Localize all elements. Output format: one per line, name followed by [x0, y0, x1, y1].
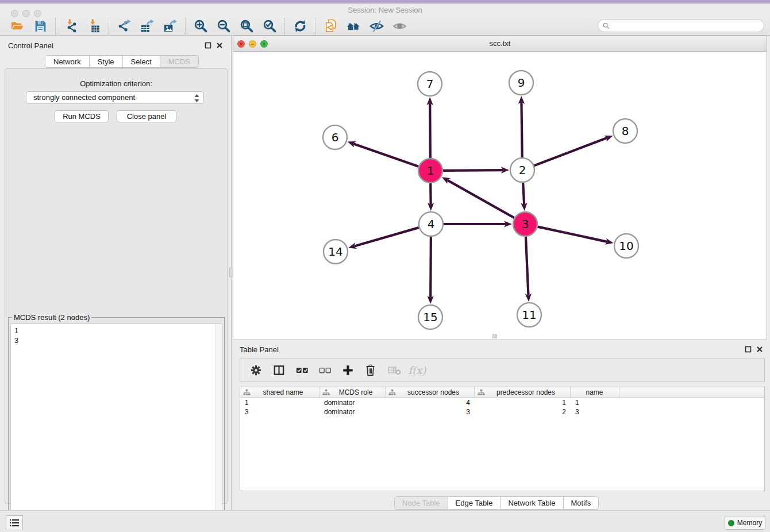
mcds-result-title: MCDS result (2 nodes)	[12, 313, 91, 322]
graph-edge-2-9[interactable]	[518, 96, 525, 157]
cell-mcds-role[interactable]: dominator	[319, 407, 386, 417]
column-header-successor-nodes[interactable]: successor nodes	[386, 387, 475, 398]
graph-node-10[interactable]: 10	[614, 234, 638, 258]
graph-edge-3-1[interactable]	[442, 177, 514, 218]
criterion-dropdown[interactable]: strongly connected component	[26, 91, 204, 104]
add-column-button[interactable]	[338, 360, 359, 380]
graph-node-15[interactable]: 15	[418, 305, 442, 329]
cell-shared-name[interactable]: 3	[240, 407, 319, 417]
import-table-button[interactable]	[82, 18, 105, 35]
graph-node-3[interactable]: 3	[513, 212, 537, 236]
column-header-mcds-role[interactable]: MCDS role	[319, 387, 386, 398]
task-history-button[interactable]	[6, 515, 23, 530]
import-network-button[interactable]	[59, 18, 82, 35]
zoom-out-button[interactable]	[212, 18, 235, 35]
graph-edge-1-4[interactable]	[428, 183, 434, 211]
column-header-name[interactable]: name	[571, 387, 619, 398]
export-image-button[interactable]	[159, 18, 182, 35]
cell-mcds-role[interactable]: dominator	[319, 398, 386, 407]
search-icon	[603, 22, 610, 29]
refresh-button[interactable]	[288, 18, 311, 35]
mcds-result-area[interactable]: 13	[10, 323, 222, 532]
tab-network-table[interactable]: Network Table	[500, 497, 563, 509]
sort-hierarchy-icon	[243, 389, 251, 396]
close-panel-icon[interactable]	[216, 42, 223, 49]
graph-node-1[interactable]: 1	[418, 159, 442, 183]
result-scrollbar[interactable]	[215, 324, 222, 532]
graph-edge-1-6[interactable]	[348, 141, 419, 167]
graph-node-14[interactable]: 14	[324, 240, 348, 264]
cell-shared-name[interactable]: 1	[240, 398, 319, 407]
graph-edge-1-7[interactable]	[427, 97, 433, 158]
zoom-in-button[interactable]	[189, 18, 212, 35]
graph-edge-2-8[interactable]	[534, 136, 613, 165]
cell-predecessor-nodes[interactable]: 1	[475, 398, 571, 407]
close-panel-button[interactable]: Close panel	[117, 110, 176, 122]
node-table[interactable]: shared nameMCDS rolesuccessor nodesprede…	[240, 387, 765, 491]
search-input[interactable]	[612, 20, 764, 31]
eye-slash-icon	[369, 19, 384, 33]
graph-node-11[interactable]: 11	[517, 303, 541, 327]
cell-name[interactable]: 1	[571, 398, 619, 407]
settings-gear-button[interactable]	[246, 360, 267, 380]
column-header-predecessor-nodes[interactable]: predecessor nodes	[475, 387, 571, 398]
export-network-icon	[117, 19, 132, 33]
export-table-button[interactable]	[136, 18, 159, 35]
select-all-checks-button[interactable]	[292, 360, 313, 380]
tab-edge-table[interactable]: Edge Table	[448, 497, 501, 509]
cell-predecessor-nodes[interactable]: 2	[475, 407, 571, 417]
cell-successor-nodes[interactable]: 3	[386, 407, 475, 417]
delete-column-button[interactable]	[361, 360, 382, 380]
float-table-panel-icon[interactable]	[745, 346, 752, 353]
close-table-panel-icon[interactable]	[756, 346, 763, 353]
export-network-button[interactable]	[113, 18, 136, 35]
eye-slash-button[interactable]	[365, 18, 388, 35]
status-bar: Memory	[0, 510, 770, 532]
graph-node-7[interactable]: 7	[418, 72, 442, 96]
network-window-titlebar[interactable]: ✕ − + scc.txt	[233, 36, 767, 52]
canvas-splitter-grip[interactable]	[492, 334, 497, 338]
cell-successor-nodes[interactable]: 4	[386, 398, 475, 407]
deselect-all-checks-button[interactable]	[315, 360, 336, 380]
float-panel-icon[interactable]	[205, 42, 211, 49]
graph-edge-4-15[interactable]	[428, 237, 434, 304]
home-view-button[interactable]	[342, 18, 365, 35]
delete-table-icon	[388, 364, 401, 376]
cell-name[interactable]: 3	[571, 407, 619, 417]
eye-button[interactable]	[388, 18, 411, 35]
graph-node-8[interactable]: 8	[613, 119, 637, 143]
graph-edge-3-11[interactable]	[525, 237, 532, 302]
column-header-shared-name[interactable]: shared name	[240, 387, 319, 398]
clone-network-button[interactable]	[319, 18, 342, 35]
graph-edge-1-2[interactable]	[443, 167, 509, 174]
graph-node-9[interactable]: 9	[509, 71, 533, 95]
graph-node-6[interactable]: 6	[323, 125, 347, 149]
graph-edge-2-3[interactable]	[521, 183, 527, 211]
graph-edge-3-10[interactable]	[538, 227, 614, 245]
memory-button[interactable]: Memory	[725, 516, 765, 530]
search-box[interactable]	[598, 19, 764, 32]
graph-edge-4-14[interactable]	[348, 228, 419, 249]
run-mcds-button[interactable]: Run MCDS	[55, 110, 109, 122]
zoom-selected-button[interactable]	[258, 18, 281, 35]
tab-node-table[interactable]: Node Table	[395, 497, 448, 509]
table-row[interactable]: 1dominator411	[240, 398, 764, 407]
optimization-criterion-label: Optimization criterion:	[5, 79, 227, 88]
tab-network[interactable]: Network	[45, 56, 90, 67]
save-session-button[interactable]	[29, 18, 52, 35]
open-session-button[interactable]	[6, 18, 29, 35]
svg-text:6: 6	[332, 130, 339, 144]
tab-style[interactable]: Style	[90, 56, 123, 67]
tab-mcds[interactable]: MCDS	[160, 56, 198, 67]
graph-node-2[interactable]: 2	[510, 158, 534, 182]
result-line: 3	[14, 336, 218, 345]
table-row[interactable]: 3dominator323	[240, 407, 764, 417]
graph-edge-4-3[interactable]	[444, 221, 512, 227]
graph-node-4[interactable]: 4	[419, 212, 443, 236]
tab-motifs[interactable]: Motifs	[564, 497, 599, 509]
mcds-result-group: MCDS result (2 nodes) 13	[8, 317, 225, 532]
zoom-fit-button[interactable]	[235, 18, 258, 35]
tab-select[interactable]: Select	[123, 56, 160, 67]
graph-canvas[interactable]: 7968124314101511	[233, 52, 767, 340]
column-table-button[interactable]	[269, 360, 290, 380]
